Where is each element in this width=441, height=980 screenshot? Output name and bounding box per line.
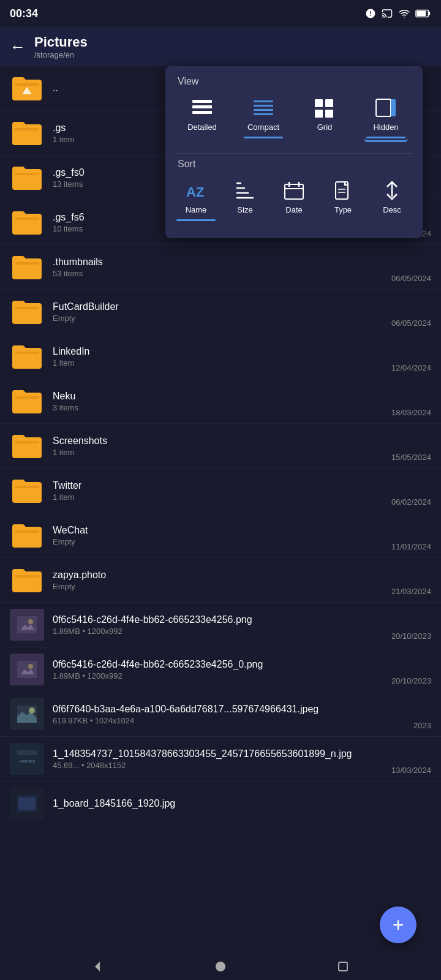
file-info: LinkedIn 1 item [53, 346, 383, 368]
folder-icon [10, 519, 44, 551]
file-meta: 53 items [53, 269, 383, 278]
file-date: 20/10/2023 [391, 676, 431, 685]
file-date: 20/10/2023 [391, 631, 431, 641]
folder-icon [10, 296, 44, 328]
file-meta: 1.89MB • 1200x992 [53, 671, 383, 680]
svg-rect-39 [15, 441, 39, 443]
svg-rect-3 [192, 100, 212, 103]
file-name: 0f6c5416-c26d-4f4e-bb62-c665233e4256.png [53, 614, 383, 625]
svg-rect-38 [15, 396, 39, 399]
svg-rect-53 [18, 797, 36, 810]
file-name: zapya.photo [53, 570, 383, 581]
svg-rect-2 [417, 11, 426, 16]
list-item[interactable]: LinkedIn 1 item 12/04/2024 [0, 334, 441, 379]
view-option-grid[interactable]: Grid [303, 93, 347, 135]
nav-home-button[interactable] [212, 958, 229, 975]
file-meta: 3 items [53, 403, 383, 412]
list-item[interactable]: Twitter 1 item 06/02/2024 [0, 469, 441, 513]
view-option-compact[interactable]: Compact [241, 93, 285, 142]
app-header: ← Pictures /storage/en [0, 27, 441, 66]
status-bar: 00:34 [0, 0, 441, 27]
file-thumbnail [10, 609, 44, 641]
svg-rect-21 [285, 184, 303, 199]
svg-rect-34 [15, 217, 39, 220]
hidden-icon [374, 97, 398, 119]
svg-rect-32 [15, 128, 39, 130]
cast-icon [381, 8, 393, 19]
file-name: 1_board_1845166_1920.jpg [53, 798, 431, 809]
folder-icon [10, 206, 44, 238]
svg-rect-8 [254, 109, 273, 111]
svg-rect-56 [339, 962, 347, 971]
svg-point-44 [28, 619, 33, 624]
file-date: 21/03/2024 [391, 587, 431, 596]
list-item[interactable]: 1_board_1845166_1920.jpg [0, 782, 441, 826]
sort-name-icon: AZ [184, 179, 208, 202]
name-active-indicator [176, 219, 216, 221]
back-button[interactable]: ← [10, 37, 26, 56]
list-item[interactable]: 0f6f7640-b3aa-4e6a-a100-6a6dd76817...597… [0, 692, 441, 737]
list-item[interactable]: Screenshots 1 item 15/05/2024 [0, 424, 441, 469]
view-options-row: Detailed Compact Grid Hidden [165, 93, 423, 148]
file-name: Neku [53, 391, 383, 402]
file-meta: 1 item [53, 448, 383, 457]
list-item[interactable]: 0f6c5416-c26d-4f4e-bb62-c665233e4256.png… [0, 603, 441, 647]
svg-rect-6 [254, 100, 273, 102]
file-name: 0f6f7640-b3aa-4e6a-a100-6a6dd76817...597… [53, 704, 405, 715]
file-thumbnail [10, 788, 44, 820]
sort-option-name[interactable]: AZ Name [174, 176, 218, 225]
sort-name-label: Name [186, 205, 207, 214]
svg-point-55 [216, 962, 225, 971]
view-option-detailed[interactable]: Detailed [180, 93, 224, 135]
list-item[interactable]: FutCardBuilder Empty 06/05/2024 [0, 290, 441, 334]
fab-add-button[interactable]: + [380, 907, 417, 943]
svg-rect-10 [315, 99, 323, 107]
folder-up-icon [10, 72, 44, 104]
svg-text:HEROES: HEROES [20, 760, 35, 763]
svg-rect-37 [15, 352, 39, 354]
file-info: Screenshots 1 item [53, 435, 383, 457]
list-item[interactable]: .thumbnails 53 items 06/05/2024 [0, 245, 441, 290]
svg-rect-15 [391, 99, 396, 116]
list-item[interactable]: WeChat Empty 11/01/2024 [0, 513, 441, 558]
svg-text:AZ: AZ [186, 184, 204, 200]
nav-recents-button[interactable] [334, 958, 352, 975]
svg-rect-1 [428, 12, 430, 15]
header-title-block: Pictures /storage/en [34, 34, 88, 59]
folder-icon [10, 385, 44, 417]
sort-option-desc[interactable]: Desc [370, 176, 414, 218]
sort-date-icon [282, 179, 306, 202]
nav-back-button[interactable] [89, 958, 107, 975]
file-name: Screenshots [53, 435, 383, 447]
file-meta: Empty [53, 582, 383, 591]
wifi-icon [398, 8, 410, 19]
view-option-hidden[interactable]: Hidden [364, 93, 408, 142]
svg-rect-30 [15, 83, 39, 86]
file-meta: 45.69... • 2048x1152 [53, 761, 383, 770]
svg-rect-40 [15, 486, 39, 488]
file-meta: 1 item [53, 492, 383, 502]
sort-option-size[interactable]: Size [223, 176, 267, 218]
sort-desc-label: Desc [383, 205, 401, 214]
list-item[interactable]: zapya.photo Empty 21/03/2024 [0, 558, 441, 603]
file-info: FutCardBuilder Empty [53, 301, 383, 323]
svg-rect-42 [15, 575, 39, 578]
sort-option-date[interactable]: Date [272, 176, 316, 218]
list-item[interactable]: 0f6c5416-c26d-4f4e-bb62-c665233e4256_0.p… [0, 647, 441, 692]
file-name: 0f6c5416-c26d-4f4e-bb62-c665233e4256_0.p… [53, 659, 383, 670]
sort-date-label: Date [285, 205, 302, 214]
svg-rect-45 [17, 661, 37, 678]
file-info: Neku 3 items [53, 391, 383, 412]
svg-rect-41 [15, 530, 39, 533]
alert-icon [365, 8, 376, 19]
file-name: FutCardBuilder [53, 301, 383, 312]
sort-option-type[interactable]: Type [321, 176, 365, 218]
sort-type-icon [331, 179, 355, 202]
file-info: 0f6f7640-b3aa-4e6a-a100-6a6dd76817...597… [53, 704, 405, 725]
svg-rect-7 [254, 105, 273, 107]
svg-marker-54 [95, 962, 100, 971]
list-item[interactable]: HEROES 1_148354737_101584378663303455_24… [0, 737, 441, 782]
status-time: 00:34 [10, 7, 38, 20]
file-name: WeChat [53, 525, 383, 536]
list-item[interactable]: Neku 3 items 18/03/2024 [0, 379, 441, 424]
